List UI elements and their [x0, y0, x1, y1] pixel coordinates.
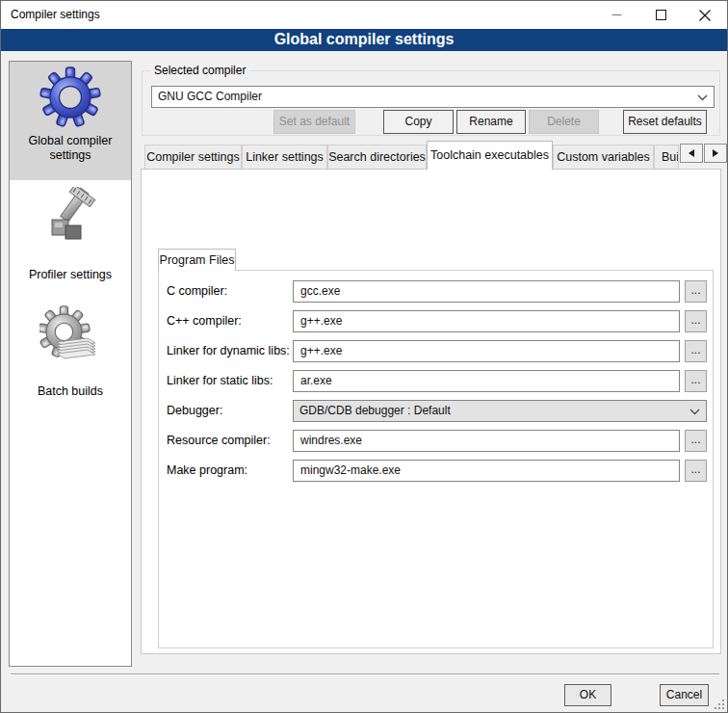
- maximize-button[interactable]: [638, 1, 683, 29]
- c-compiler-label: C compiler:: [167, 284, 292, 298]
- maximize-icon: [656, 10, 666, 20]
- close-button[interactable]: [683, 1, 727, 29]
- sidebar-item-label: Batch builds: [10, 384, 131, 399]
- ok-button[interactable]: OK: [564, 684, 611, 706]
- reset-defaults-button[interactable]: Reset defaults: [623, 110, 707, 134]
- copy-button[interactable]: Copy: [383, 110, 454, 134]
- make-program-browse-button[interactable]: ...: [685, 460, 707, 482]
- footer-divider: [11, 673, 719, 675]
- sidebar-item-batch-builds[interactable]: Batch builds: [10, 301, 131, 409]
- static-linker-label: Linker for static libs:: [167, 374, 292, 387]
- cancel-button[interactable]: Cancel: [660, 684, 709, 706]
- caliper-icon: [39, 187, 101, 249]
- title-bar: Compiler settings: [1, 1, 727, 29]
- c-compiler-browse-button[interactable]: ...: [685, 280, 707, 303]
- tab-scroll-left-button[interactable]: [680, 144, 703, 163]
- tab-custom-variables[interactable]: Custom variables: [553, 145, 654, 170]
- tab-build-options[interactable]: Build options: [654, 145, 679, 170]
- rename-button[interactable]: Rename: [456, 110, 526, 134]
- set-as-default-button[interactable]: Set as default: [273, 110, 355, 134]
- tab-search-directories[interactable]: Search directories: [327, 145, 427, 170]
- tab-linker-settings[interactable]: Linker settings: [242, 145, 327, 170]
- settings-category-list: Global compiler settings: [9, 61, 132, 667]
- tab-program-files[interactable]: Program Files: [158, 249, 236, 271]
- chevron-down-icon: [689, 409, 700, 415]
- minimize-icon: [611, 10, 622, 20]
- compiler-select[interactable]: GNU GCC Compiler: [151, 86, 715, 108]
- arrow-left-icon: [688, 148, 695, 158]
- resource-compiler-input[interactable]: windres.exe: [293, 430, 680, 452]
- c-compiler-input[interactable]: gcc.exe: [293, 280, 680, 303]
- minimize-button[interactable]: [594, 1, 638, 29]
- tab-scroll-right-button[interactable]: [704, 144, 727, 163]
- blue-gear-icon: [39, 66, 101, 128]
- make-program-input[interactable]: mingw32-make.exe: [293, 460, 680, 482]
- dynamic-linker-label: Linker for dynamic libs:: [167, 344, 292, 357]
- tab-compiler-settings[interactable]: Compiler settings: [144, 145, 242, 170]
- make-program-label: Make program:: [167, 463, 292, 477]
- gray-gear-stack-icon: [39, 305, 101, 367]
- chevron-down-icon: [697, 94, 708, 101]
- tab-toolchain-executables[interactable]: Toolchain executables: [427, 141, 553, 170]
- dynamic-linker-browse-button[interactable]: ...: [685, 340, 707, 362]
- debugger-select-value: GDB/CDB debugger : Default: [299, 404, 451, 417]
- page-title: Global compiler settings: [1, 29, 727, 51]
- cpp-compiler-browse-button[interactable]: ...: [685, 310, 707, 332]
- sidebar-item-profiler-settings[interactable]: Profiler settings: [10, 183, 131, 291]
- sidebar-item-global-compiler-settings[interactable]: Global compiler settings: [10, 62, 131, 180]
- static-linker-browse-button[interactable]: ...: [685, 370, 707, 392]
- window-title: Compiler settings: [11, 1, 100, 29]
- dynamic-linker-input[interactable]: g++.exe: [293, 340, 680, 362]
- compiler-settings-dialog: Compiler settings Global compiler settin…: [0, 0, 728, 713]
- group-label: Selected compiler: [150, 64, 249, 77]
- cpp-compiler-label: C++ compiler:: [167, 314, 292, 328]
- resource-compiler-browse-button[interactable]: ...: [685, 430, 707, 452]
- sidebar-item-label: Profiler settings: [10, 268, 131, 282]
- cpp-compiler-input[interactable]: g++.exe: [293, 310, 680, 332]
- static-linker-input[interactable]: ar.exe: [293, 370, 680, 392]
- debugger-select[interactable]: GDB/CDB debugger : Default: [293, 400, 707, 422]
- sidebar-item-label: Global compiler settings: [10, 134, 131, 163]
- compiler-select-value: GNU GCC Compiler: [158, 90, 262, 103]
- resize-grip[interactable]: [714, 699, 725, 710]
- arrow-right-icon: [712, 148, 719, 158]
- delete-button[interactable]: Delete: [529, 110, 599, 134]
- resource-compiler-label: Resource compiler:: [167, 434, 292, 447]
- close-icon: [699, 10, 711, 21]
- debugger-label: Debugger:: [167, 404, 292, 417]
